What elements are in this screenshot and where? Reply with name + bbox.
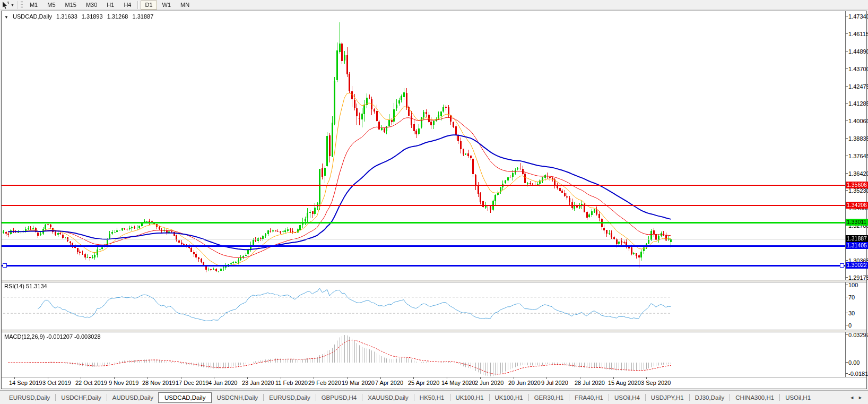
symbol-tab-gbpusd-h4[interactable]: GBPUSD,H4 [317,393,361,402]
macd-panel-title: MACD(12,26,9) -0.001207 -0.003028 [4,333,101,340]
tab-divider [450,394,450,401]
price-tag-1-31405: 1.31405 [846,242,868,249]
price-axis-label: 1.42475 [848,83,868,90]
symbol-tab-eurusd-daily[interactable]: EURUSD,Daily [4,393,55,402]
drawing-tool-button[interactable]: ▼ [1,1,15,9]
symbol-tab-china300-h1[interactable]: CHINA300,H1 [731,393,779,402]
date-axis-label[interactable]: 23 Jan 2020 [242,380,274,386]
date-axis-label[interactable]: 28 Nov 2019 [142,380,175,386]
rsi-axis-label: 30 [848,310,855,316]
timeframe-h1[interactable]: H1 [102,1,118,10]
price-axis-label: 1.40060 [848,118,868,124]
timeframe-m1[interactable]: M1 [25,1,42,10]
rsi-axis-label: 100 [848,282,858,288]
symbol-dropdown-icon[interactable]: ▼ [4,15,8,20]
symbol-tab-uk100-h1[interactable]: UK100,H1 [451,393,489,402]
tab-scroll-arrows: ◄► [849,395,868,400]
symbol-tab-eurusd-daily[interactable]: EURUSD,Daily [264,393,315,402]
cursor-tool-icon [2,1,10,9]
date-axis-label[interactable]: 22 Oct 2019 [75,380,107,386]
hline-endpoint-handle[interactable] [3,263,7,268]
date-axis-label[interactable]: 15 Aug 2020 [608,380,641,386]
symbol-tab-usdcad-daily[interactable]: USDCAD,Daily [158,392,212,403]
date-axis-label[interactable]: 20 Jun 2020 [508,380,541,386]
date-axis-label[interactable]: 3 Oct 2019 [42,380,71,386]
tab-divider [689,394,690,401]
macd-axis-label: -0.01815 [848,371,868,377]
chart-title: ▼ USDCAD,Daily 1.31633 1.31893 1.31268 1… [4,13,156,20]
macd-panel-bottom-border [2,377,866,377]
symbol-tab-usdchf-daily[interactable]: USDCHF,Daily [56,393,106,402]
rsi-axis-label: 70 [848,294,855,300]
date-axis-label[interactable]: 14 Sep 2019 [9,380,42,386]
symbol-tab-audusd-daily[interactable]: AUDUSD,Daily [108,393,158,402]
date-axis-label[interactable]: 9 Nov 2019 [109,380,138,386]
date-axis-label[interactable]: 9 Jul 2020 [541,380,568,386]
tab-divider [414,394,414,401]
tab-divider [569,394,569,401]
date-axis-label[interactable]: 29 Feb 2020 [308,380,341,386]
tab-divider [263,394,264,401]
date-axis-label[interactable]: 19 Mar 2020 [342,380,375,386]
date-axis-label[interactable]: 3 Sep 2020 [641,380,671,386]
macd-panel-separator[interactable] [2,330,866,332]
symbol-tab-hk50-h1[interactable]: HK50,H1 [415,393,449,402]
dropdown-arrow-icon[interactable]: ▼ [11,3,14,7]
tab-divider [779,394,780,401]
toolbar-grip[interactable] [21,1,23,8]
price-axis-label: 1.38835 [848,135,868,142]
timeframe-m15[interactable]: M15 [61,1,81,10]
price-axis-label: 1.41285 [848,100,868,107]
rsi-axis-label: 0 [848,322,852,329]
date-axis-label[interactable]: 28 Jul 2020 [575,380,605,386]
chart-symbol-label: USDCAD,Daily [13,13,52,20]
tab-divider [55,394,56,401]
timeframe-d1[interactable]: D1 [141,1,157,10]
tab-divider [489,394,490,401]
timeframe-mn[interactable]: MN [176,1,194,10]
price-axis-label: 1.37645 [848,153,868,159]
tab-divider [362,394,362,401]
rsi-panel-separator[interactable] [2,280,866,282]
tab-scroll-right-icon[interactable]: ► [858,395,863,400]
symbol-tab-usoil-h1[interactable]: USOil,H1 [780,393,815,402]
date-axis-label[interactable]: 14 May 2020 [441,380,475,386]
date-axis-label[interactable]: 25 Apr 2020 [408,380,439,386]
price-chart-canvas[interactable] [2,11,845,377]
symbol-tab-xauusd-daily[interactable]: XAUUSD,Daily [363,393,413,402]
symbol-tab-usdcnh-daily[interactable]: USDCNH,Daily [212,393,263,402]
date-axis-label[interactable]: 7 Apr 2020 [375,380,403,386]
date-axis-label[interactable]: 17 Dec 2019 [176,380,209,386]
date-axis-label[interactable]: 11 Feb 2020 [275,380,308,386]
tab-divider [316,394,316,401]
ohlc-close: 1.31887 [133,13,154,20]
symbol-tab-usdjpy-h1[interactable]: USDJPY,H1 [646,393,689,402]
price-axis-label: 1.44890 [848,48,868,55]
symbol-tab-dj30-daily[interactable]: DJ30,Daily [690,393,730,402]
macd-axis-label: 0.00 [848,359,860,366]
symbol-tab-ger30-h1[interactable]: GER30,H1 [530,393,569,402]
price-tag-1-34206: 1.34206 [846,202,868,209]
symbol-tab-usoil-h4[interactable]: USOil,H4 [610,393,645,402]
timeframe-m30[interactable]: M30 [82,1,101,10]
tab-divider [107,394,107,401]
price-axis-line [845,11,846,377]
timeframe-m5[interactable]: M5 [43,1,59,10]
date-axis-label[interactable]: 4 Jan 2020 [209,380,237,386]
timeframe-w1[interactable]: W1 [158,1,176,10]
hline-endpoint-handle[interactable] [840,263,844,268]
price-tag-1-30022: 1.30022 [846,262,868,269]
price-tag-1-35606: 1.35606 [846,182,868,188]
symbol-tab-uk100-h1[interactable]: UK100,H1 [490,393,528,402]
date-axis-label[interactable]: 2 Jun 2020 [475,380,504,386]
symbol-tab-bar: EURUSD,DailyUSDCHF,DailyAUDUSD,DailyUSDC… [0,390,868,404]
rsi-panel-title: RSI(14) 51.3134 [4,283,47,289]
ohlc-high: 1.31893 [82,13,103,20]
symbol-tab-fra40-h1[interactable]: FRA40,H1 [570,393,608,402]
price-axis-label: 1.47340 [848,13,868,20]
timeframe-h4[interactable]: H4 [119,1,135,10]
tab-scroll-left-icon[interactable]: ◄ [849,395,854,400]
price-axis-label: 1.36420 [848,170,868,177]
price-tag-1-31887: 1.31887 [846,235,868,242]
toolbar-separator [137,1,138,9]
